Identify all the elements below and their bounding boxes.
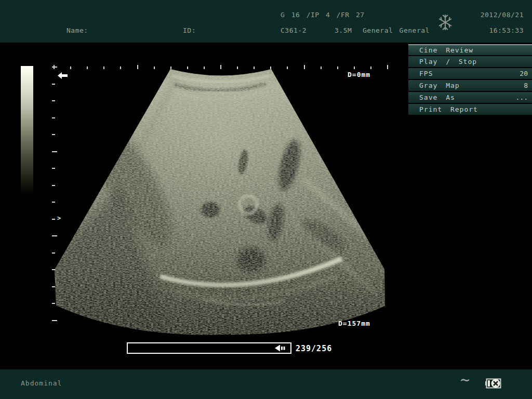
width-tick — [254, 66, 255, 69]
width-tick — [387, 65, 388, 69]
ultrasound-image — [0, 44, 532, 369]
depth-tick — [52, 286, 55, 287]
depth-tick — [52, 252, 55, 254]
depth-tick — [52, 303, 55, 304]
patient-id-label: ID: — [183, 26, 196, 34]
depth-tick — [52, 66, 57, 68]
width-tick — [87, 66, 88, 69]
exam-preset-label: Abdominal — [21, 379, 62, 387]
width-tick — [337, 66, 338, 69]
width-tick — [220, 65, 221, 69]
depth-tick — [52, 219, 55, 220]
depth-tick — [52, 84, 55, 85]
width-tick — [170, 66, 171, 69]
depth-tick — [52, 269, 55, 270]
depth-start-label: D=0mm — [348, 71, 370, 78]
width-tick — [370, 66, 371, 69]
exam-preset-header: General General — [363, 26, 430, 34]
orientation-arrow-icon — [58, 72, 68, 79]
cine-progress-bar[interactable] — [127, 342, 291, 354]
depth-tick — [52, 134, 55, 135]
date-display: 2012/08/21 — [481, 11, 524, 19]
width-tick — [137, 65, 138, 69]
depth-tick — [52, 168, 55, 169]
probe-model: C361-2 — [281, 26, 307, 34]
patient-name-label: Name: — [66, 26, 88, 34]
probe-frequency: 3.5M — [335, 26, 352, 34]
width-tick — [287, 66, 288, 69]
gray-map-bar — [21, 66, 33, 194]
width-tick — [187, 66, 188, 69]
acoustic-params: G 16 /IP 4 /FR 27 — [281, 11, 365, 19]
width-tick — [321, 66, 322, 69]
depth-tick — [52, 235, 57, 236]
depth-tick — [52, 202, 55, 203]
battery-x-icon — [485, 377, 503, 390]
depth-tick — [52, 100, 55, 101]
depth-tick — [52, 151, 57, 152]
time-display: 16:53:33 — [489, 26, 524, 34]
focus-position-marker: > — [57, 215, 61, 222]
cine-frame-counter: 239/256 — [296, 344, 332, 353]
depth-tick — [52, 320, 57, 321]
width-tick — [354, 66, 355, 69]
cine-position-marker-icon[interactable] — [275, 344, 285, 352]
width-tick — [237, 66, 238, 69]
width-tick — [304, 65, 305, 69]
depth-tick — [52, 185, 55, 186]
depth-end-label: D=157mm — [338, 320, 370, 327]
width-tick — [120, 66, 121, 69]
depth-tick — [52, 117, 55, 118]
snowflake-icon — [437, 13, 454, 32]
width-tick — [70, 66, 71, 69]
width-tick — [154, 66, 155, 69]
width-tick — [103, 66, 104, 69]
width-tick — [204, 66, 205, 69]
bottom-status-bar: Abdominal ~ — [0, 369, 532, 399]
width-tick — [270, 66, 271, 69]
wave-icon: ~ — [460, 370, 470, 389]
top-status-bar: G 16 /IP 4 /FR 27 2012/08/21 Name: ID: C… — [0, 0, 532, 44]
width-tick — [54, 65, 55, 69]
ultrasound-screen: G 16 /IP 4 /FR 27 2012/08/21 Name: ID: C… — [0, 0, 532, 399]
